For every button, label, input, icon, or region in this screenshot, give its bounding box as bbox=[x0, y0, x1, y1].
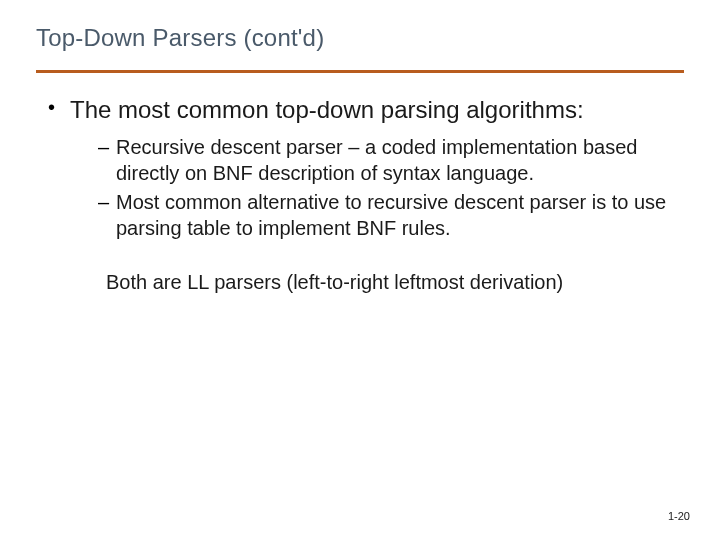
closing-note: Both are LL parsers (left-to-right leftm… bbox=[106, 269, 684, 295]
title-underline bbox=[36, 70, 684, 73]
sub-bullet-text: Most common alternative to recursive des… bbox=[116, 191, 666, 239]
list-item: Recursive descent parser – a coded imple… bbox=[98, 135, 680, 186]
sub-bullet-list: Recursive descent parser – a coded imple… bbox=[70, 135, 684, 241]
list-item: The most common top-down parsing algorit… bbox=[46, 95, 684, 241]
list-item: Most common alternative to recursive des… bbox=[98, 190, 680, 241]
slide-title: Top-Down Parsers (cont'd) bbox=[36, 24, 684, 52]
sub-bullet-text: Recursive descent parser – a coded imple… bbox=[116, 136, 637, 184]
bullet-main-text: The most common top-down parsing algorit… bbox=[70, 96, 584, 123]
bullet-list: The most common top-down parsing algorit… bbox=[36, 95, 684, 241]
slide-container: Top-Down Parsers (cont'd) The most commo… bbox=[0, 0, 720, 540]
page-number: 1-20 bbox=[668, 510, 690, 522]
